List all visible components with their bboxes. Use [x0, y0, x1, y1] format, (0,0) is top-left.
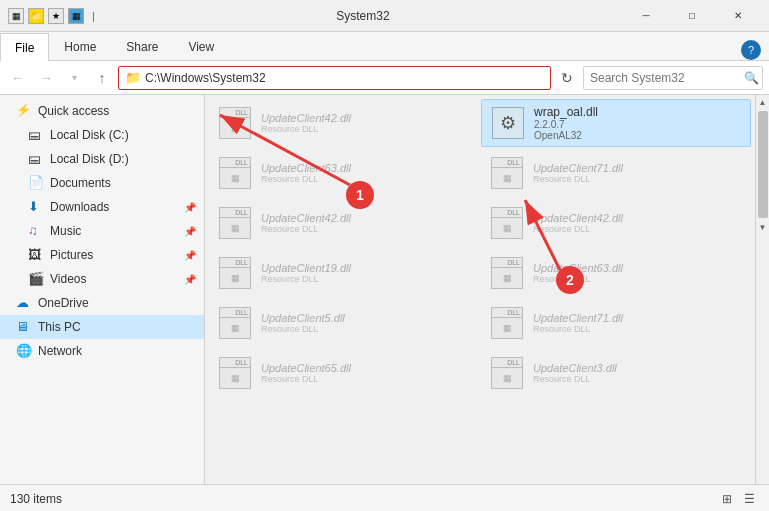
file-detail-type: OpenAL32: [534, 130, 742, 141]
pictures-icon: 🖼: [28, 247, 44, 263]
quick-access-toolbar-icon1[interactable]: ▦: [8, 8, 24, 24]
file-item[interactable]: ⚙ wrap_oal.dll 2.2.0.7 OpenAL32: [481, 99, 751, 147]
sidebar-item-videos[interactable]: 🎬 Videos 📌: [0, 267, 204, 291]
scroll-thumb[interactable]: [758, 111, 768, 218]
file-icon: ⚙: [492, 107, 524, 139]
sidebar-label-documents: Documents: [50, 176, 111, 190]
file-name: UpdateClient42.dll: [261, 112, 471, 124]
file-icon-wrap: ⚙: [490, 105, 526, 141]
quick-access-toolbar-icon3[interactable]: ★: [48, 8, 64, 24]
file-icon: DLL ▦: [219, 357, 251, 389]
content-wrapper: DLL ▦ UpdateClient42.dll Resource DLL ⚙ …: [205, 95, 769, 484]
file-grid: DLL ▦ UpdateClient42.dll Resource DLL ⚙ …: [205, 95, 755, 484]
file-item[interactable]: DLL ▦ UpdateClient63.dll Resource DLL: [481, 249, 751, 297]
file-name: UpdateClient19.dll: [261, 262, 471, 274]
scroll-down-button[interactable]: ▼: [756, 220, 770, 234]
pin-icon-downloads: 📌: [184, 202, 196, 213]
sidebar-item-quick-access[interactable]: ⚡ Quick access: [0, 99, 204, 123]
file-name: UpdateClient71.dll: [533, 312, 743, 324]
sidebar-label-music: Music: [50, 224, 81, 238]
videos-icon: 🎬: [28, 271, 44, 287]
address-path[interactable]: 📁 C:\Windows\System32: [118, 66, 551, 90]
file-name: UpdateClient5.dll: [261, 312, 471, 324]
back-button[interactable]: ←: [6, 66, 30, 90]
file-item[interactable]: DLL ▦ UpdateClient42.dll Resource DLL: [209, 199, 479, 247]
file-item[interactable]: DLL ▦ UpdateClient5.dll Resource DLL: [209, 299, 479, 347]
address-text: C:\Windows\System32: [145, 71, 266, 85]
file-item[interactable]: DLL ▦ UpdateClient63.dll Resource DLL: [209, 149, 479, 197]
sidebar-label-quick-access: Quick access: [38, 104, 109, 118]
maximize-button[interactable]: □: [669, 0, 715, 32]
help-button[interactable]: ?: [741, 40, 761, 60]
sidebar-label-onedrive: OneDrive: [38, 296, 89, 310]
file-item[interactable]: DLL ▦ UpdateClient71.dll Resource DLL: [481, 149, 751, 197]
list-view-button[interactable]: ☰: [739, 489, 759, 509]
pin-icon-videos: 📌: [184, 274, 196, 285]
content-scroll-area: DLL ▦ UpdateClient42.dll Resource DLL ⚙ …: [205, 95, 769, 484]
pin-icon-music: 📌: [184, 226, 196, 237]
file-item[interactable]: DLL ▦ UpdateClient19.dll Resource DLL: [209, 249, 479, 297]
file-detail: Resource DLL: [261, 324, 471, 334]
folder-icon: 📁: [125, 70, 141, 85]
sidebar-item-local-d[interactable]: 🖴 Local Disk (D:): [0, 147, 204, 171]
tab-file[interactable]: File: [0, 33, 49, 61]
documents-icon: 📄: [28, 175, 44, 191]
sidebar-item-pictures[interactable]: 🖼 Pictures 📌: [0, 243, 204, 267]
file-detail: Resource DLL: [261, 124, 471, 134]
forward-button[interactable]: →: [34, 66, 58, 90]
sidebar-item-local-c[interactable]: 🖴 Local Disk (C:): [0, 123, 204, 147]
file-name: UpdateClient65.dll: [261, 362, 471, 374]
title-bar: ▦ 📁 ★ ▦ | System32 ─ □ ✕: [0, 0, 769, 32]
close-button[interactable]: ✕: [715, 0, 761, 32]
file-item[interactable]: DLL ▦ UpdateClient42.dll Resource DLL: [209, 99, 479, 147]
sidebar-item-network[interactable]: 🌐 Network: [0, 339, 204, 363]
file-icon-wrap: DLL ▦: [489, 155, 525, 191]
file-info: UpdateClient19.dll Resource DLL: [261, 262, 471, 284]
file-item[interactable]: DLL ▦ UpdateClient3.dll Resource DLL: [481, 349, 751, 397]
refresh-button[interactable]: ↻: [555, 66, 579, 90]
disk-c-icon: 🖴: [28, 127, 44, 143]
sidebar-item-this-pc[interactable]: 🖥 This PC: [0, 315, 204, 339]
sidebar-label-local-c: Local Disk (C:): [50, 128, 129, 142]
scroll-up-button[interactable]: ▲: [756, 95, 770, 109]
file-icon: DLL ▦: [219, 107, 251, 139]
search-icon[interactable]: 🔍: [744, 71, 759, 85]
sidebar-label-downloads: Downloads: [50, 200, 109, 214]
tab-view[interactable]: View: [173, 32, 229, 60]
file-detail: Resource DLL: [533, 274, 743, 284]
file-icon: DLL ▦: [219, 157, 251, 189]
file-detail: Resource DLL: [533, 174, 743, 184]
file-icon: DLL ▦: [219, 307, 251, 339]
sidebar-label-pictures: Pictures: [50, 248, 93, 262]
search-wrap: 🔍: [583, 66, 763, 90]
file-item[interactable]: DLL ▦ UpdateClient71.dll Resource DLL: [481, 299, 751, 347]
file-icon-wrap: DLL ▦: [217, 105, 253, 141]
recent-button[interactable]: ▾: [62, 66, 86, 90]
sidebar-item-music[interactable]: ♫ Music 📌: [0, 219, 204, 243]
file-name: UpdateClient63.dll: [533, 262, 743, 274]
file-name: UpdateClient63.dll: [261, 162, 471, 174]
quick-access-toolbar-icon2[interactable]: 📁: [28, 8, 44, 24]
tab-share[interactable]: Share: [111, 32, 173, 60]
this-pc-icon: 🖥: [16, 319, 32, 335]
scrollbar-track[interactable]: ▲ ▼: [755, 95, 769, 484]
network-icon: 🌐: [16, 343, 32, 359]
sidebar-item-downloads[interactable]: ⬇ Downloads 📌: [0, 195, 204, 219]
file-icon: DLL ▦: [491, 257, 523, 289]
tab-home[interactable]: Home: [49, 32, 111, 60]
file-item[interactable]: DLL ▦ UpdateClient65.dll Resource DLL: [209, 349, 479, 397]
sidebar-label-network: Network: [38, 344, 82, 358]
sidebar-item-onedrive[interactable]: ☁ OneDrive: [0, 291, 204, 315]
file-info: UpdateClient3.dll Resource DLL: [533, 362, 743, 384]
file-item[interactable]: DLL ▦ UpdateClient42.dll Resource DLL: [481, 199, 751, 247]
quick-access-toolbar-icon4[interactable]: ▦: [68, 8, 84, 24]
file-icon: DLL ▦: [219, 207, 251, 239]
grid-view-button[interactable]: ⊞: [717, 489, 737, 509]
quick-access-icon: ⚡: [16, 103, 32, 119]
up-button[interactable]: ↑: [90, 66, 114, 90]
view-buttons: ⊞ ☰: [717, 489, 759, 509]
file-detail-version: 2.2.0.7: [534, 119, 742, 130]
minimize-button[interactable]: ─: [623, 0, 669, 32]
sidebar-item-documents[interactable]: 📄 Documents: [0, 171, 204, 195]
search-input[interactable]: [583, 66, 763, 90]
